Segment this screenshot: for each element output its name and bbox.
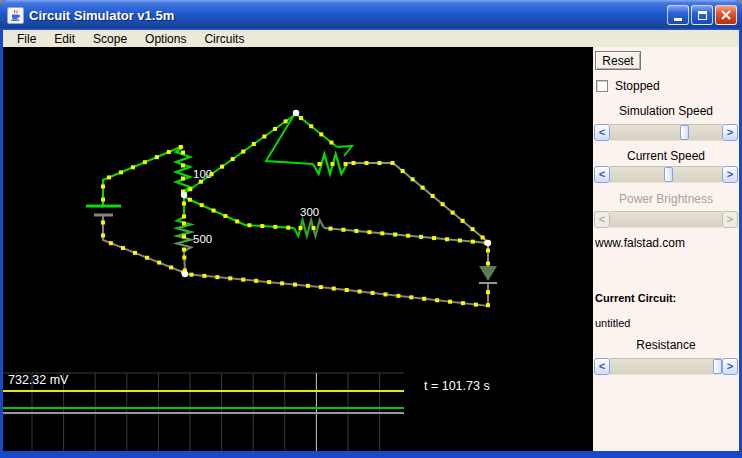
current-dot	[391, 161, 395, 165]
current-dot	[411, 177, 415, 181]
current-dot	[121, 246, 125, 250]
current-dot	[267, 280, 271, 284]
current-dot	[445, 237, 449, 241]
current-dot	[212, 209, 216, 213]
scroll-right-icon[interactable]: >	[722, 211, 738, 228]
current-dot	[299, 116, 303, 120]
current-dot	[471, 227, 475, 231]
maximize-icon	[698, 11, 707, 20]
current-dot	[419, 235, 423, 239]
slider-thumb[interactable]	[680, 125, 689, 140]
reset-button[interactable]: Reset	[595, 51, 641, 70]
current-dot	[354, 229, 358, 233]
scroll-left-icon[interactable]: <	[594, 124, 610, 141]
window-controls	[667, 5, 737, 25]
slider-track[interactable]	[610, 211, 722, 228]
close-icon	[721, 10, 731, 20]
stopped-checkbox[interactable]	[596, 80, 608, 92]
current-dot	[209, 172, 213, 176]
menu-options[interactable]: Options	[136, 32, 195, 46]
current-dot	[367, 230, 371, 234]
current-dot	[345, 288, 349, 292]
circuit-node[interactable]	[181, 192, 187, 198]
slider-label-current-speed: Current Speed	[593, 149, 739, 163]
current-dot	[273, 225, 277, 229]
window-title: Circuit Simulator v1.5m	[29, 8, 174, 23]
current-dot	[286, 226, 290, 230]
stopped-label: Stopped	[615, 79, 660, 93]
slider-track[interactable]	[610, 124, 722, 141]
current-dot	[181, 164, 185, 168]
current-dot	[167, 150, 171, 154]
current-dot	[299, 226, 303, 230]
current-dot	[223, 214, 227, 218]
current-dot	[143, 160, 147, 164]
close-button[interactable]	[715, 5, 737, 25]
current-dot	[179, 145, 183, 149]
slider-thumb[interactable]	[713, 359, 722, 374]
slider-track[interactable]	[610, 166, 722, 183]
current-dot	[188, 187, 192, 191]
menu-circuits[interactable]: Circuits	[195, 32, 253, 46]
slider-resistance[interactable]: <>	[594, 358, 738, 375]
current-dot	[188, 198, 192, 202]
side-panel: Reset Stopped www.falstad.com Current Ci…	[593, 47, 739, 451]
circuit-node[interactable]	[485, 240, 491, 246]
slider-power-brightness[interactable]: <>	[594, 211, 738, 228]
minimize-button[interactable]	[667, 5, 689, 25]
slider-label-simulation-speed: Simulation Speed	[593, 104, 739, 118]
scroll-right-icon[interactable]: >	[722, 358, 738, 375]
circuit-canvas[interactable]: 732.32 mVt = 101.73 s100500300	[3, 47, 593, 451]
java-app-icon	[7, 7, 24, 24]
current-dot	[101, 234, 105, 238]
current-dot	[241, 278, 245, 282]
current-dot	[101, 198, 105, 202]
current-dot	[380, 231, 384, 235]
circuit-node[interactable]	[293, 110, 299, 116]
minimize-icon	[674, 18, 682, 21]
scroll-left-icon[interactable]: <	[594, 166, 610, 183]
menu-file[interactable]: File	[8, 32, 45, 46]
slider-label-resistance: Resistance	[593, 338, 739, 352]
slider-current-speed[interactable]: <>	[594, 166, 738, 183]
current-dot	[341, 228, 345, 232]
menu-edit[interactable]: Edit	[45, 32, 84, 46]
current-dot	[231, 157, 235, 161]
current-dot	[435, 298, 439, 302]
scroll-left-icon[interactable]: <	[594, 211, 610, 228]
scroll-right-icon[interactable]: >	[722, 124, 738, 141]
slider-label-power-brightness: Power Brightness	[593, 192, 739, 206]
current-dot	[182, 202, 186, 206]
current-dot	[157, 261, 161, 265]
maximize-button[interactable]	[691, 5, 713, 25]
current-dot	[202, 274, 206, 278]
current-dot	[109, 241, 113, 245]
current-dot	[189, 273, 193, 277]
stopped-checkbox-row: Stopped	[596, 79, 660, 93]
current-dot	[182, 255, 186, 259]
current-dot	[486, 249, 490, 253]
website-link[interactable]: www.falstad.com	[595, 236, 685, 250]
current-dot	[182, 235, 186, 239]
scroll-right-icon[interactable]: >	[722, 166, 738, 183]
battery-pos-wire	[103, 146, 183, 206]
current-dot	[461, 219, 465, 223]
current-dot	[331, 162, 335, 166]
slider-thumb[interactable]	[664, 167, 673, 182]
circuit-node[interactable]	[182, 271, 188, 277]
current-dot	[260, 224, 264, 228]
current-dot	[145, 256, 149, 260]
current-dot	[319, 132, 323, 136]
current-dot	[273, 127, 277, 131]
scroll-left-icon[interactable]: <	[594, 358, 610, 375]
menu-scope[interactable]: Scope	[84, 32, 136, 46]
current-dot	[293, 283, 297, 287]
current-dot	[101, 185, 105, 189]
slider-simulation-speed[interactable]: <>	[594, 124, 738, 141]
current-dot	[422, 297, 426, 301]
slider-track[interactable]	[610, 358, 722, 375]
current-dot	[252, 142, 256, 146]
current-dot	[358, 289, 362, 293]
current-dot	[215, 275, 219, 279]
current-dot	[406, 234, 410, 238]
